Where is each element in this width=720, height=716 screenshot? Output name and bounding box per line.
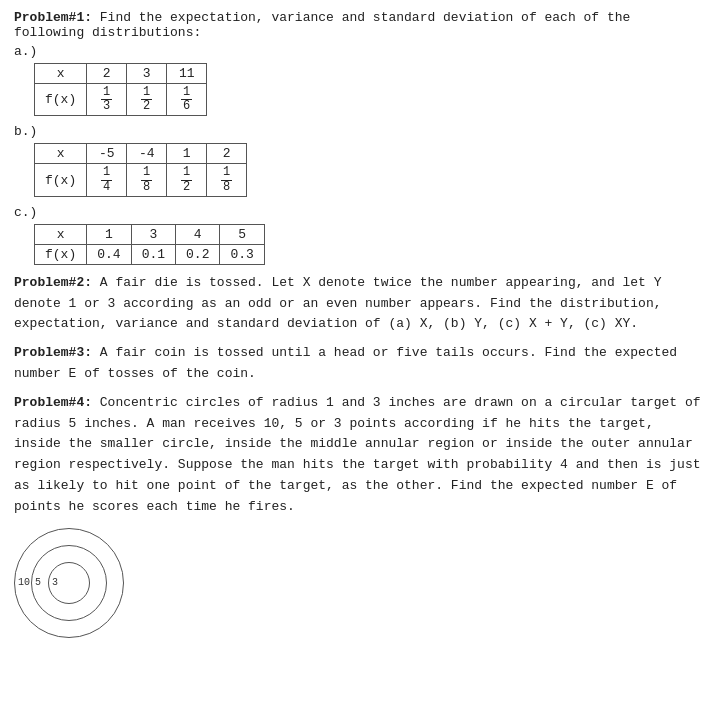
problem2-title: Problem#2: xyxy=(14,275,92,290)
label-3: 3 xyxy=(52,575,58,591)
cell-fx1: 0.4 xyxy=(87,244,131,264)
cell-x3: 4 xyxy=(176,224,220,244)
problem2-body: A fair die is tossed. Let X denote twice… xyxy=(14,275,662,332)
problem3-body: A fair coin is tossed until a head or fi… xyxy=(14,345,677,381)
cell-x4: 5 xyxy=(220,224,264,244)
cell-x3: 11 xyxy=(167,64,207,84)
problem2-section: Problem#2: A fair die is tossed. Let X d… xyxy=(14,273,706,335)
cell-x2: -4 xyxy=(127,144,167,164)
table-row: x 2 3 11 xyxy=(35,64,207,84)
problem1-section: Problem#1: Find the expectation, varianc… xyxy=(14,10,706,265)
cell-x1: -5 xyxy=(87,144,127,164)
cell-x-header: x xyxy=(35,144,87,164)
part-a: a.) x 2 3 11 f(x) 1 3 1 2 xyxy=(14,44,706,116)
cell-fx3: 0.2 xyxy=(176,244,220,264)
problem1-text: Find the expectation, variance and stand… xyxy=(14,10,630,40)
table-c: x 1 3 4 5 f(x) 0.4 0.1 0.2 0.3 xyxy=(34,224,265,265)
cell-fx2: 1 2 xyxy=(127,84,167,116)
problem2-text: Problem#2: A fair die is tossed. Let X d… xyxy=(14,273,706,335)
table-row: x -5 -4 1 2 xyxy=(35,144,247,164)
cell-x-header: x xyxy=(35,64,87,84)
cell-x3: 1 xyxy=(167,144,207,164)
part-c: c.) x 1 3 4 5 f(x) 0.4 0.1 0.2 0.3 xyxy=(14,205,706,265)
fraction: 1 2 xyxy=(141,86,152,113)
cell-fx3: 1 6 xyxy=(167,84,207,116)
fraction: 1 8 xyxy=(221,166,232,193)
cell-fx4: 1 8 xyxy=(207,164,247,196)
problem4-title: Problem#4: xyxy=(14,395,92,410)
table-row: f(x) 1 3 1 2 1 6 xyxy=(35,84,207,116)
problem4-section: Problem#4: Concentric circles of radius … xyxy=(14,393,706,638)
cell-fx-label: f(x) xyxy=(35,244,87,264)
fraction: 1 6 xyxy=(181,86,192,113)
table-row: f(x) 0.4 0.1 0.2 0.3 xyxy=(35,244,265,264)
problem3-section: Problem#3: A fair coin is tossed until a… xyxy=(14,343,706,385)
problem1-title: Problem#1: xyxy=(14,10,92,25)
cell-x1: 1 xyxy=(87,224,131,244)
cell-fx3: 1 2 xyxy=(167,164,207,196)
problem4-body: Concentric circles of radius 1 and 3 inc… xyxy=(14,395,701,514)
cell-fx1: 1 4 xyxy=(87,164,127,196)
cell-fx4: 0.3 xyxy=(220,244,264,264)
cell-fx2: 1 8 xyxy=(127,164,167,196)
cell-x2: 3 xyxy=(127,64,167,84)
problem3-text: Problem#3: A fair coin is tossed until a… xyxy=(14,343,706,385)
cell-x4: 2 xyxy=(207,144,247,164)
cell-fx-label: f(x) xyxy=(35,164,87,196)
problem4-text: Problem#4: Concentric circles of radius … xyxy=(14,393,706,518)
cell-fx1: 1 3 xyxy=(87,84,127,116)
part-b-label: b.) xyxy=(14,124,706,139)
fraction: 1 2 xyxy=(181,166,192,193)
diagram-area: 10 5 3 xyxy=(14,528,706,638)
table-row: f(x) 1 4 1 8 1 2 xyxy=(35,164,247,196)
part-b: b.) x -5 -4 1 2 f(x) 1 4 1 xyxy=(14,124,706,196)
fraction: 1 4 xyxy=(101,166,112,193)
cell-x-header: x xyxy=(35,224,87,244)
problem3-title: Problem#3: xyxy=(14,345,92,360)
part-a-label: a.) xyxy=(14,44,706,59)
cell-fx-label: f(x) xyxy=(35,84,87,116)
fraction: 1 8 xyxy=(141,166,152,193)
label-5: 5 xyxy=(35,575,41,591)
cell-x1: 2 xyxy=(87,64,127,84)
table-row: x 1 3 4 5 xyxy=(35,224,265,244)
part-c-label: c.) xyxy=(14,205,706,220)
problem1-header: Problem#1: Find the expectation, varianc… xyxy=(14,10,706,40)
cell-fx2: 0.1 xyxy=(131,244,175,264)
label-10: 10 xyxy=(18,575,30,591)
fraction: 1 3 xyxy=(101,86,112,113)
table-a: x 2 3 11 f(x) 1 3 1 2 xyxy=(34,63,207,116)
cell-x2: 3 xyxy=(131,224,175,244)
concentric-circles-diagram: 10 5 3 xyxy=(14,528,124,638)
table-b: x -5 -4 1 2 f(x) 1 4 1 8 xyxy=(34,143,247,196)
